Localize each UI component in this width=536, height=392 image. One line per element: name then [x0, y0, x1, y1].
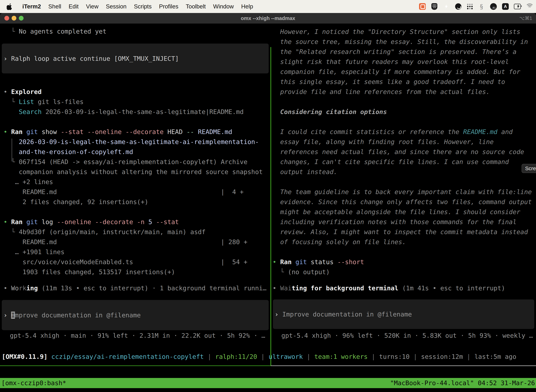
battery-icon[interactable] — [514, 3, 521, 10]
shield-grid-icon[interactable] — [431, 3, 438, 10]
terminal-line: • Ran git status --short — [273, 257, 532, 267]
terminal-line: › Ralph loop active continue [OMX_TMUX_I… — [4, 54, 179, 64]
terminal-line: └ 4b9d30f (origin/main, instructkr/main,… — [4, 227, 263, 237]
menu-bar-status-icons: § ..61 A — [419, 0, 534, 13]
right-session-status: gpt-5.4 xhigh · 96% left · 520K in · 5.8… — [281, 331, 533, 341]
pane-divider[interactable] — [270, 47, 271, 365]
tree-connector-line — [12, 139, 12, 161]
terminal-line: [OMX#0.11.9] cczip/essay/ai-reimplementa… — [2, 352, 516, 362]
left-session-status: gpt-5.4 xhigh · main · 91% left · 2.31M … — [10, 331, 265, 341]
terminal-line — [273, 117, 532, 127]
menu-item-profiles[interactable]: Profiles — [155, 3, 182, 10]
tmux-status-bar: [omx-cczip0:bash* "MacBook-Pro-44.local"… — [0, 378, 536, 388]
dots-grid-icon[interactable] — [467, 3, 473, 10]
terminal-line: › Improve documentation in @filename — [4, 310, 141, 320]
terminal-line: README.md | 280 + — [4, 237, 263, 247]
terminal-line: references need actual files, and since … — [273, 147, 532, 157]
crescent-icon[interactable] — [455, 3, 462, 10]
terminal-line: gpt-5.4 xhigh · 96% left · 520K in · 5.8… — [281, 331, 533, 341]
menu-item-help[interactable]: Help — [237, 3, 257, 10]
window-titlebar: omx --xhigh --madmax ⌥⌘1 — [0, 13, 536, 23]
terminal-line: Search 2026-03-09-is-legal-the-same-as-l… — [4, 107, 263, 117]
terminal-line: evidence. Since this change only affects… — [273, 197, 532, 207]
left-working-status: • Working (11m 13s • esc to interrupt) ·… — [4, 283, 269, 293]
terminal-line — [4, 207, 263, 217]
squiggle-icon[interactable]: § — [478, 3, 485, 10]
menu-bar-items: iTerm2ShellEditViewSessionScriptsProfile… — [19, 3, 257, 10]
terminal-line: companion file, especially if more comme… — [273, 67, 532, 77]
terminal-line: • Explored — [4, 87, 263, 97]
right-waiting-status: • Waiting for background terminal (1m 41… — [273, 283, 505, 293]
terminal-line: might be acceptable alongside the file l… — [273, 207, 532, 217]
terminal-line: └ No agents completed yet — [4, 26, 106, 36]
menu-item-iterm2[interactable]: iTerm2 — [19, 3, 45, 10]
chat-icon[interactable] — [419, 3, 426, 10]
terminal-line: README.md | 4 + — [4, 187, 263, 197]
terminal-line: and-the-erosion-of-copyleft.md — [4, 147, 263, 157]
menu-item-shell[interactable]: Shell — [45, 3, 65, 10]
terminal-line: • Ran git show --stat --oneline --decora… — [4, 127, 263, 137]
terminal-line: the "Related research writing" section i… — [273, 47, 532, 57]
tmux-session-label: [omx-cczip0:bash* — [1, 378, 66, 388]
keyboard-layout-a-icon[interactable]: A — [502, 3, 509, 10]
right-pane-bottom-border — [271, 365, 536, 366]
terminal-line: However, I noticed the "Directory Struct… — [273, 27, 532, 37]
terminal-line: this single essay, it seems like a good … — [273, 77, 532, 87]
terminal-line: └ 067f154 (HEAD -> essay/ai-reimplementa… — [4, 157, 263, 167]
terminal-line: changes, I can't cite specific file line… — [273, 157, 532, 167]
terminal-line: › Improve documentation in @filename — [275, 309, 412, 319]
menu-item-edit[interactable]: Edit — [65, 3, 82, 10]
terminal-line: └ List git ls-files — [4, 97, 263, 107]
terminal-line — [273, 177, 532, 187]
left-prompt-input[interactable]: › Improve documentation in @filename — [2, 300, 269, 330]
terminal-line: gpt-5.4 xhigh · main · 91% left · 2.31M … — [10, 331, 265, 341]
window-shortcut-badge: ⌥⌘1 — [519, 13, 532, 23]
tmux-host-clock: "MacBook-Pro-44.local" 04:52 31-Mar-26 — [390, 378, 535, 388]
terminal-line: 2026-03-09-is-legal-the-same-as-legitima… — [4, 137, 263, 147]
omx-status-line: [OMX#0.11.9] cczip/essay/ai-reimplementa… — [2, 352, 516, 362]
terminal-line: provide file and line references from th… — [273, 87, 532, 97]
badge-61-icon[interactable]: ..61 — [490, 3, 497, 10]
terminal-line: including verification notes with those … — [273, 217, 532, 227]
menu-item-view[interactable]: View — [82, 3, 102, 10]
terminal-line: • Ran git log --oneline --decorate -n 5 … — [4, 217, 263, 227]
left-inject-box[interactable]: › Ralph loop active continue [OMX_TMUX_I… — [2, 44, 269, 73]
terminal-line: companion analysis without altering the … — [4, 167, 263, 177]
terminal: └ No agents completed yet › Ralph loop a… — [0, 23, 536, 392]
terminal-line: essay file, along with finding root file… — [273, 137, 532, 147]
terminal-line: review. Also, I might want to inspect th… — [273, 227, 532, 237]
terminal-line: • Working (11m 13s • esc to interrupt) ·… — [4, 283, 269, 293]
screen-tooltip: Scre — [522, 164, 536, 173]
left-pane-body: • Explored └ List git ls-files Search 20… — [4, 87, 263, 277]
terminal-line: output instead. — [273, 167, 532, 177]
left-pane-bottom-border — [0, 365, 271, 366]
terminal-line: slight risk that future readers may over… — [273, 57, 532, 67]
terminal-line: … +1901 lines — [4, 247, 263, 257]
wifi-icon[interactable] — [526, 4, 534, 9]
screen: iTerm2ShellEditViewSessionScriptsProfile… — [0, 0, 536, 392]
terminal-line: 1903 files changed, 513517 insertions(+) — [4, 267, 263, 277]
terminal-line: src/voice/voiceModeEnabled.ts | 54 + — [4, 257, 263, 267]
terminal-line: … +2 lines — [4, 177, 263, 187]
terminal-line: └ (no output) — [273, 267, 532, 277]
terminal-line: 2 files changed, 92 insertions(+) — [4, 197, 263, 207]
right-prompt-input[interactable]: › Improve documentation in @filename — [273, 299, 534, 329]
terminal-line: I could cite commit statistics or refere… — [273, 127, 532, 137]
terminal-line: the source tree, missing the essay. Stil… — [273, 37, 532, 47]
terminal-line — [4, 117, 263, 127]
left-scrollback-top: └ No agents completed yet — [4, 26, 106, 36]
menu-bar: iTerm2ShellEditViewSessionScriptsProfile… — [0, 0, 536, 13]
terminal-line: The team guideline is to back every impo… — [273, 187, 532, 197]
menu-item-toolbelt[interactable]: Toolbelt — [182, 3, 210, 10]
window-title: omx --xhigh --madmax — [0, 13, 536, 23]
menu-item-scripts[interactable]: Scripts — [130, 3, 155, 10]
bolt-icon[interactable] — [443, 3, 450, 10]
terminal-line: Considering citation options — [273, 107, 532, 117]
right-pane-body: However, I noticed the "Directory Struct… — [273, 27, 532, 277]
terminal-line — [273, 97, 532, 107]
menu-item-window[interactable]: Window — [210, 3, 237, 10]
apple-menu-icon[interactable] — [7, 3, 13, 10]
terminal-line — [273, 247, 532, 257]
terminal-line: of focusing solely on file lines. — [273, 237, 532, 247]
menu-item-session[interactable]: Session — [102, 3, 130, 10]
